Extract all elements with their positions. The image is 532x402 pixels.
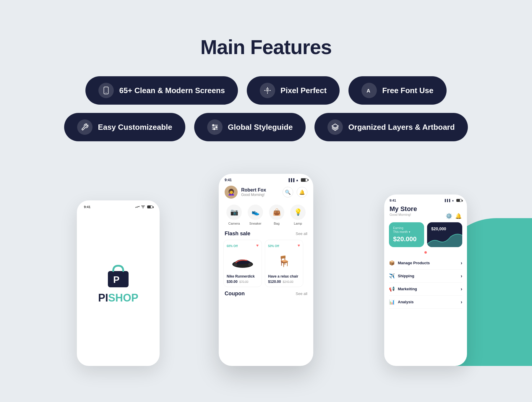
earning-card: Earning This month ▾ $20.000 [389, 222, 424, 247]
camera-icon: 📷 [226, 205, 242, 220]
user-avatar: 👩‍🦱 [225, 186, 238, 199]
bell-icon[interactable]: 🔔 [297, 187, 307, 197]
flash-sale-header: Flash sale See all [219, 228, 313, 239]
lamp-icon: 💡 [290, 205, 306, 220]
products-row: 60% Off ♥ Nike Runnerdick $30.00 [219, 239, 313, 288]
feature-badge-pixel-perfect[interactable]: Pixel Perfect [247, 76, 340, 105]
svg-point-2 [266, 89, 269, 92]
features-grid: 65+ Clean & Modern Screens Pixel P [0, 76, 532, 141]
earning-label: Earning [393, 226, 420, 230]
coupon-header: Coupon See all [219, 288, 313, 298]
bag-label: Bag [274, 222, 280, 225]
time-right: 9:41 [390, 199, 396, 202]
product-name-chair: Have a relax chair [268, 274, 300, 278]
time-center: 9:41 [225, 178, 232, 182]
search-icon[interactable]: 🔍 [283, 187, 293, 197]
phone-header-center: 👩‍🦱 Robert Fox Good Morning! 🔍 🔔 [219, 182, 313, 202]
categories-row: 📷 Camera 👟 Sneaker 👜 Bag 💡 Lamp [219, 202, 313, 228]
sneaker-icon: 👟 [248, 205, 263, 220]
svg-point-15 [143, 208, 144, 208]
feature-label-easy-custom: Easy Customizeable [98, 123, 172, 132]
phone-center: 9:41 ▐▐▐ ▲ 👩‍🦱 Robert Fox Good Morning! … [219, 174, 313, 366]
store-menu-items: 📦 Manage Products › ✈️ Shipping › 📢 Ma [384, 255, 467, 310]
manage-products-left: 📦 Manage Products [389, 260, 430, 266]
feature-badge-easy-custom[interactable]: Easy Customizeable [64, 113, 185, 141]
svg-point-19 [233, 263, 237, 266]
feature-badge-global-style[interactable]: Global Styleguide [194, 113, 306, 141]
arrow-shipping: › [461, 273, 462, 279]
graph-card: $20,000 [427, 222, 462, 247]
arrow-manage-products: › [461, 260, 462, 266]
product-img-chair: 🪑 [268, 249, 300, 273]
phones-section: 9:41 P PISHOP [0, 159, 532, 366]
see-all-coupon[interactable]: See all [296, 291, 307, 296]
svg-point-20 [248, 263, 252, 266]
category-lamp[interactable]: 💡 Lamp [290, 205, 306, 225]
menu-item-manage-products[interactable]: 📦 Manage Products › [389, 257, 462, 270]
product-prices-chair: $120.00 $240.00 [268, 280, 300, 284]
feature-badge-free-font[interactable]: A Free Font Use [348, 76, 446, 105]
flash-sale-title: Flash sale [225, 231, 250, 237]
bag-icon: 👜 [269, 205, 284, 220]
svg-point-1 [106, 93, 106, 93]
coupon-title: Coupon [225, 291, 245, 297]
phone-right: 9:41 ▐▐▐ ▲ My Store Good Morning! ⚙️ 🔔 [384, 194, 467, 366]
status-bar-left: 9:41 [84, 205, 153, 209]
heart-icon-chair: ♥ [298, 243, 300, 248]
product-name-nike: Nike Runnerdick [227, 274, 259, 278]
svg-point-13 [213, 128, 215, 129]
page-wrapper: Main Features 65+ Clean & Modern Screens [0, 0, 532, 402]
category-bag[interactable]: 👜 Bag [269, 205, 284, 225]
marketing-label: Markeiting [398, 287, 417, 291]
user-info: Robert Fox Good Morning! [241, 187, 283, 197]
feature-badge-clean-screens[interactable]: 65+ Clean & Modern Screens [85, 76, 238, 105]
feature-label-pixel-perfect: Pixel Perfect [280, 86, 327, 95]
main-features-title: Main Features [0, 35, 532, 59]
svg-text:P: P [113, 274, 119, 285]
analysis-label: Analysis [398, 300, 413, 304]
menu-item-analysis[interactable]: 📊 Analysis › [389, 296, 462, 309]
earning-amount: $20.000 [393, 235, 420, 243]
menu-item-shipping[interactable]: ✈️ Shipping › [389, 270, 462, 283]
menu-item-marketing[interactable]: 📢 Markeiting › [389, 283, 462, 296]
font-icon: A [361, 83, 377, 98]
phone-left: 9:41 P PISHOP [77, 200, 160, 366]
product-card-chair[interactable]: 50% Off ♥ 🪑 Have a relax chair $120.00 $… [265, 240, 303, 287]
product-card-nike[interactable]: 60% Off ♥ Nike Runnerdick $30.00 [223, 240, 262, 287]
layers-icon [327, 119, 343, 135]
phone-icon [98, 83, 114, 98]
svg-point-12 [216, 127, 217, 128]
box-icon: 📦 [389, 260, 395, 266]
features-row-1: 65+ Clean & Modern Screens Pixel P [85, 76, 446, 105]
features-row-2: Easy Customizeable Global Stylegui [64, 113, 468, 141]
category-sneaker[interactable]: 👟 Sneaker [248, 205, 263, 225]
price-current-nike: $30.00 [227, 280, 238, 284]
feature-badge-organized-layers[interactable]: Organized Layers & Artboard [314, 113, 468, 141]
marketing-left: 📢 Markeiting [389, 286, 417, 292]
svg-text:A: A [367, 88, 371, 94]
discount-badge-chair: 50% Off [268, 244, 279, 248]
category-camera[interactable]: 📷 Camera [226, 205, 242, 225]
feature-label-clean-screens: 65+ Clean & Modern Screens [119, 86, 225, 95]
notification-icon[interactable]: 🔔 [455, 213, 462, 219]
header-icons: 🔍 🔔 [283, 187, 307, 197]
store-header-icons: ⚙️ 🔔 [446, 213, 462, 219]
time-left: 9:41 [84, 205, 90, 209]
main-features-section: Main Features 65+ Clean & Modern Screens [0, 0, 532, 159]
store-cards: Earning This month ▾ $20.000 $20,000 [384, 219, 467, 250]
wrench-icon [77, 119, 93, 135]
status-bar-center: 9:41 ▐▐▐ ▲ [219, 174, 313, 182]
feature-label-global-style: Global Styleguide [228, 123, 293, 132]
feature-label-organized-layers: Organized Layers & Artboard [348, 123, 455, 132]
status-bar-right: 9:41 ▐▐▐ ▲ [384, 194, 467, 202]
pishop-logo-text: PISHOP [98, 292, 138, 304]
user-greeting: Good Morning! [241, 193, 283, 197]
marketing-icon: 📢 [389, 286, 395, 292]
settings-icon[interactable]: ⚙️ [446, 213, 452, 219]
price-current-chair: $120.00 [268, 280, 281, 284]
shipping-label: Shipping [398, 274, 414, 278]
shipping-left: ✈️ Shipping [389, 273, 414, 279]
see-all-flash[interactable]: See all [296, 231, 307, 236]
arrow-marketing: › [461, 286, 462, 292]
pixel-icon [260, 83, 275, 98]
